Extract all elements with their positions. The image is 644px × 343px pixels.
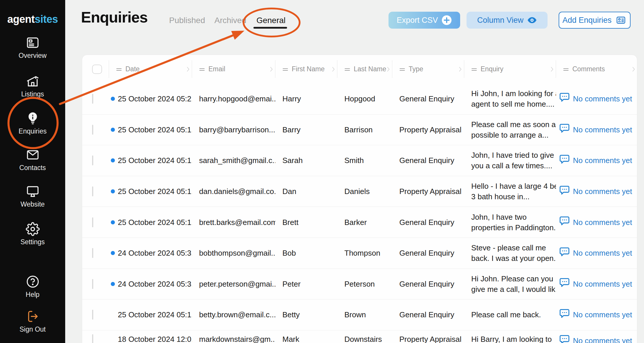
sidebar-item-contacts[interactable]: Contacts: [0, 148, 65, 172]
type-cell: General Enquiry: [392, 279, 464, 289]
comments-link[interactable]: No comments yet: [573, 335, 632, 343]
enquiry-preview-line: give me a call, I would lik...: [471, 284, 556, 295]
first-name-cell: Harry: [275, 93, 337, 104]
drag-handle-icon[interactable]: [563, 65, 569, 73]
comments-link[interactable]: No comments yet: [573, 217, 632, 228]
comments-link[interactable]: No comments yet: [573, 155, 632, 166]
table-row[interactable]: 25 October 2024 05:1... dan.daniels@gmai…: [82, 176, 637, 207]
select-all-checkbox[interactable]: [92, 65, 102, 74]
first-name-cell: Sarah: [275, 155, 337, 166]
comments-link[interactable]: No comments yet: [573, 186, 632, 197]
date-value: 25 October 2024 05:1...: [118, 124, 192, 135]
comments-cell[interactable]: No comments yet: [556, 154, 637, 167]
column-header-label: Enquiry: [481, 65, 503, 73]
column-header-comments[interactable]: Comments: [556, 55, 637, 83]
email-cell: bobthompson@gmail....: [192, 248, 275, 258]
help-icon: [26, 275, 40, 289]
column-resize-chevron-icon[interactable]: [332, 66, 335, 75]
column-header-last-name[interactable]: Last Name: [337, 55, 392, 83]
column-header-type[interactable]: Type: [392, 55, 464, 83]
comments-cell[interactable]: No comments yet: [556, 246, 637, 260]
comments-cell[interactable]: No comments yet: [556, 123, 637, 136]
row-checkbox[interactable]: [92, 125, 93, 135]
date-cell: 25 October 2024 05:1...: [109, 309, 192, 320]
sidebar-item-website[interactable]: Website: [0, 184, 65, 208]
table-row[interactable]: 25 October 2024 05:1... brett.barks@emai…: [82, 207, 637, 238]
page-title: Enquiries: [81, 9, 148, 26]
comments-cell[interactable]: No comments yet: [556, 330, 637, 343]
enquiry-preview-line: John, I have tried to give: [471, 150, 556, 160]
drag-handle-icon[interactable]: [471, 65, 477, 73]
comments-link[interactable]: No comments yet: [573, 279, 632, 289]
sidebar-item-settings[interactable]: Settings: [0, 222, 65, 246]
row-checkbox[interactable]: [92, 279, 93, 289]
table-row[interactable]: 25 October 2024 05:1... sarah_smith@gmai…: [82, 145, 637, 176]
table-row[interactable]: 25 October 2024 05:2... harry.hopgood@em…: [82, 83, 637, 114]
column-resize-chevron-icon[interactable]: [187, 66, 190, 75]
row-checkbox[interactable]: [92, 94, 93, 104]
export-csv-label: Export CSV: [397, 16, 438, 25]
table-row[interactable]: 18 October 2024 12:0... markdownstairs@g…: [82, 330, 637, 343]
sidebar-item-sign-out[interactable]: Sign Out: [0, 309, 65, 333]
sidebar-item-overview[interactable]: Overview: [0, 36, 65, 60]
row-checkbox[interactable]: [92, 248, 93, 258]
column-resize-chevron-icon[interactable]: [550, 66, 554, 75]
type-cell: Property Appraisal: [392, 124, 464, 135]
unread-dot: [111, 158, 115, 162]
column-resize-chevron-icon[interactable]: [459, 66, 462, 75]
column-resize-chevron-icon[interactable]: [387, 66, 390, 75]
sidebar-item-help[interactable]: Help: [0, 275, 65, 299]
enquiry-preview-line: possible to arrange a...: [471, 130, 556, 140]
drag-handle-icon[interactable]: [116, 65, 122, 73]
comments-cell[interactable]: No comments yet: [556, 215, 637, 229]
tab-archived[interactable]: Archived: [215, 15, 246, 25]
drag-handle-icon[interactable]: [399, 65, 405, 73]
enquiry-cell: Please call me back.: [464, 309, 556, 320]
table-row[interactable]: 25 October 2024 05:1... betty.brown@emai…: [82, 299, 637, 330]
enquiry-preview-line: properties in Paddington...: [471, 222, 556, 233]
add-enquiries-button[interactable]: Add Enquiries: [559, 12, 631, 29]
enquiry-cell: John, I have twoproperties in Paddington…: [464, 212, 556, 233]
sidebar-item-enquiries[interactable]: Enquiries: [0, 111, 65, 135]
last-name-cell: Downstairs: [337, 330, 392, 343]
sidebar-item-listings[interactable]: Listings: [0, 74, 65, 98]
tab-general[interactable]: General: [256, 15, 286, 25]
unread-dot: [111, 189, 115, 193]
column-header-date[interactable]: Date: [109, 55, 192, 83]
row-checkbox[interactable]: [92, 186, 93, 196]
comments-link[interactable]: No comments yet: [573, 248, 632, 258]
drag-handle-icon[interactable]: [344, 65, 350, 73]
row-checkbox[interactable]: [92, 334, 93, 343]
date-value: 18 October 2024 12:0...: [118, 334, 192, 343]
unread-dot: [111, 97, 115, 101]
drag-handle-icon[interactable]: [199, 65, 205, 73]
first-name-cell: Bob: [275, 248, 337, 258]
column-header-enquiry[interactable]: Enquiry: [464, 55, 556, 83]
comments-link[interactable]: No comments yet: [573, 93, 632, 104]
row-checkbox[interactable]: [92, 310, 93, 320]
drag-handle-icon[interactable]: [282, 65, 288, 73]
comment-bubble-icon: [559, 308, 570, 322]
comments-link[interactable]: No comments yet: [573, 309, 632, 320]
comments-cell[interactable]: No comments yet: [556, 185, 637, 198]
row-checkbox[interactable]: [92, 155, 93, 165]
table-row[interactable]: 24 October 2024 05:3... peter.peterson@g…: [82, 268, 637, 299]
table-row[interactable]: 25 October 2024 05:1... barry@barrybarri…: [82, 114, 637, 145]
table-row[interactable]: 24 October 2024 05:3... bobthompson@gmai…: [82, 238, 637, 268]
column-resize-chevron-icon[interactable]: [632, 66, 635, 75]
column-header-email[interactable]: Email: [192, 55, 275, 83]
email-cell: brett.barks@email.com: [192, 217, 275, 228]
comment-bubble-icon: [559, 154, 570, 167]
column-header-first-name[interactable]: First Name: [275, 55, 337, 83]
row-checkbox[interactable]: [92, 217, 93, 227]
comments-cell[interactable]: No comments yet: [556, 308, 637, 322]
tab-published[interactable]: Published: [169, 15, 205, 25]
comments-cell[interactable]: No comments yet: [556, 92, 637, 105]
column-resize-chevron-icon[interactable]: [270, 66, 273, 75]
comments-cell[interactable]: No comments yet: [556, 277, 637, 291]
comment-bubble-icon: [559, 92, 570, 105]
comments-link[interactable]: No comments yet: [573, 124, 632, 135]
export-csv-button[interactable]: Export CSV: [389, 12, 460, 29]
last-name-cell: Hopgood: [337, 93, 392, 104]
column-view-button[interactable]: Column View: [467, 12, 548, 29]
